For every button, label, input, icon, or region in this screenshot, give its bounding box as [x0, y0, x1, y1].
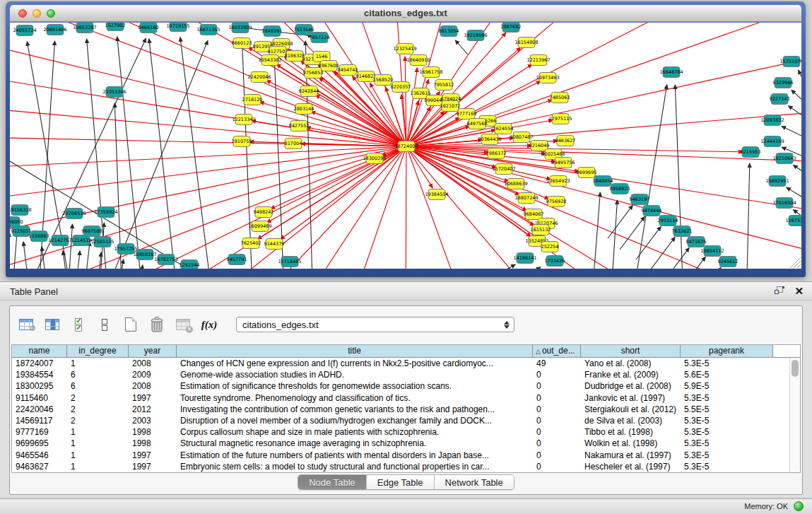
graph-node[interactable]: 9498242 — [254, 207, 274, 218]
graph-node[interactable]: 14196141 — [513, 253, 536, 264]
graph-node[interactable]: 12213343 — [232, 115, 255, 125]
graph-node[interactable]: 19495756 — [551, 158, 575, 168]
graph-node[interactable]: 10719155 — [166, 23, 189, 32]
tab-edge-table[interactable]: Edge Table — [367, 475, 435, 489]
graph-node[interactable]: 9144379 — [264, 239, 285, 250]
graph-node[interactable]: 9474444 — [642, 206, 662, 216]
graph-node[interactable]: 11675334 — [785, 216, 801, 226]
graph-node[interactable]: 7857224 — [310, 33, 330, 43]
show-columns-button[interactable] — [43, 315, 61, 334]
window-titlebar[interactable]: citations_edges.txt — [10, 5, 801, 22]
graph-node[interactable]: 1292344 — [180, 260, 200, 269]
table-row[interactable]: 946362711997Embryonic stem cells: a mode… — [12, 461, 800, 472]
graph-node[interactable]: 2933114 — [658, 216, 678, 226]
graph-node[interactable]: 17016504 — [772, 198, 796, 209]
graph-node[interactable]: 8427552 — [289, 121, 310, 132]
graph-node[interactable]: 16210643 — [772, 153, 796, 164]
graph-node[interactable]: 8958923 — [610, 184, 630, 194]
canvas-resize-grip[interactable] — [790, 257, 801, 268]
graph-node[interactable]: 1621072 — [440, 101, 461, 112]
graph-node[interactable]: 12444159 — [760, 136, 784, 147]
graph-node[interactable]: 9463197 — [630, 194, 650, 205]
graph-node[interactable]: 7986372 — [486, 148, 507, 159]
graph-node[interactable]: 20364436 — [478, 134, 501, 145]
table-row[interactable]: 977716911998Corpus callosum shape and si… — [12, 426, 800, 438]
table-row[interactable]: 969969511998Structural magnetic resonanc… — [12, 438, 800, 449]
graph-node[interactable]: 8220357 — [391, 82, 411, 93]
graph-node[interactable]: 20206536 — [62, 209, 86, 219]
graph-node[interactable]: 24055724 — [13, 25, 36, 36]
memory-ok-icon[interactable] — [794, 501, 804, 511]
close-panel-icon[interactable]: ✕ — [794, 286, 804, 296]
column-header-in_degree[interactable]: in_degree — [67, 345, 129, 357]
graph-node[interactable]: 10807487 — [510, 132, 533, 143]
graph-node[interactable]: 9245612 — [718, 257, 739, 267]
graph-node[interactable]: 1733426 — [545, 256, 565, 267]
graph-node[interactable]: 9699695 — [577, 168, 597, 178]
graph-node[interactable]: 16154808 — [514, 37, 538, 48]
vertical-scrollbar[interactable] — [789, 358, 800, 472]
graph-node[interactable]: 8471676 — [686, 237, 707, 247]
graph-node[interactable]: 18640910 — [406, 55, 430, 66]
table-row[interactable]: 911546021997Tourette syndrome. Phenomeno… — [12, 392, 800, 404]
graph-node[interactable]: 9756928 — [546, 197, 567, 207]
graph-node[interactable]: 12093832 — [760, 115, 784, 126]
graph-node[interactable]: 22420046 — [247, 72, 271, 83]
graph-node[interactable]: 16648784 — [659, 67, 683, 78]
table-row[interactable]: 1938455462009Genome-wide association stu… — [12, 369, 800, 380]
graph-node[interactable]: 16671355 — [196, 25, 220, 35]
graph-node[interactable]: 17359924 — [94, 207, 117, 218]
column-header-out_de[interactable]: △out_de... — [533, 345, 581, 357]
graph-node[interactable]: 6497568 — [467, 119, 488, 129]
column-header-short[interactable]: short — [581, 345, 681, 357]
graph-node[interactable]: 8660123 — [232, 38, 252, 49]
graph-node[interactable]: 12213967 — [526, 55, 550, 66]
table-selector-dropdown[interactable]: citations_edges.txt — [236, 317, 514, 332]
graph-node[interactable]: 252254 — [541, 242, 559, 252]
graph-node[interactable]: 1527902 — [105, 23, 126, 31]
float-panel-icon[interactable] — [775, 286, 784, 296]
graph-node[interactable]: 9457791 — [227, 255, 247, 265]
graph-node[interactable]: 16033809 — [228, 23, 252, 33]
table-row[interactable]: 1456911722003Disruption of a novel membe… — [12, 415, 800, 426]
column-header-year[interactable]: year — [129, 345, 177, 357]
graph-node[interactable]: 10973493 — [536, 73, 559, 83]
network-view-canvas[interactable]: 8660123891295518226058912750310543382818… — [10, 23, 801, 269]
graph-node[interactable]: 16961758 — [419, 67, 442, 78]
graph-node[interactable]: 19156318 — [10, 205, 32, 216]
graph-node[interactable]: 7485063 — [550, 93, 570, 103]
row-height-button[interactable] — [95, 315, 114, 334]
delete-rows-button[interactable] — [148, 315, 166, 334]
graph-node[interactable]: 15751074 — [779, 57, 801, 67]
table-row[interactable]: 2242004622012Investigating the contribut… — [12, 404, 800, 415]
graph-node[interactable]: 9463627 — [555, 136, 576, 146]
new-table-button[interactable] — [122, 315, 140, 334]
graph-node[interactable]: 8454743 — [338, 65, 358, 76]
graph-node[interactable]: 12325419 — [393, 44, 416, 54]
graph-node[interactable]: 12975115 — [548, 114, 572, 124]
graph-node[interactable]: 10654112 — [700, 246, 724, 257]
column-header-title[interactable]: title — [177, 345, 533, 357]
graph-node[interactable]: 2718120 — [242, 95, 263, 105]
function-builder-button[interactable]: f(x) — [200, 315, 218, 334]
column-header-name[interactable]: name — [12, 345, 67, 357]
graph-node[interactable]: 13654923 — [546, 176, 570, 187]
graph-node[interactable]: 1810755 — [232, 136, 252, 147]
graph-node[interactable]: 21053346 — [102, 87, 126, 98]
graph-node[interactable]: 1214519 — [71, 235, 92, 246]
graph-node[interactable]: 7632621 — [672, 226, 693, 237]
graph-node[interactable]: 817004 — [285, 139, 302, 149]
graph-node[interactable]: 8466160 — [139, 23, 159, 33]
table-options-button[interactable]: ⚙ — [17, 315, 35, 334]
tab-node-table[interactable]: Node Table — [298, 475, 367, 489]
graph-node[interactable]: 15718485 — [278, 257, 301, 267]
graph-node[interactable]: 1615132 — [531, 225, 551, 235]
graph-node[interactable]: 2887682 — [501, 23, 522, 33]
column-header-pagerank[interactable]: pagerank — [681, 345, 773, 357]
graph-node[interactable]: 9242844 — [299, 86, 319, 97]
graph-node[interactable]: 2803144 — [294, 104, 314, 115]
graph-node[interactable]: 16782753 — [154, 255, 177, 265]
graph-node[interactable]: 2848391 — [262, 26, 283, 37]
select-columns-button[interactable] — [69, 315, 88, 334]
graph-node[interactable]: 12505135 — [90, 237, 114, 247]
